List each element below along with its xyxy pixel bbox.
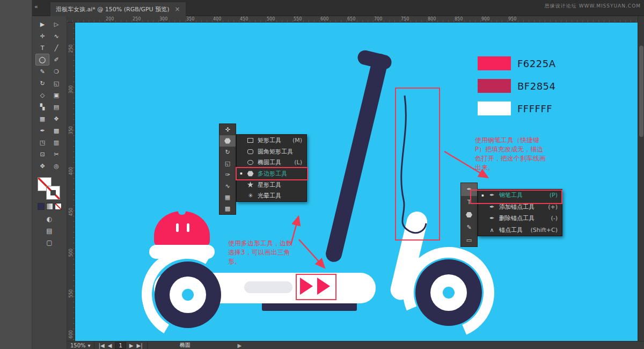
watermark-text: 思缘设计论坛 WWW.MISSYUAN.COM xyxy=(545,3,641,10)
hruler-number: 900 xyxy=(481,17,489,21)
hruler-number: 750 xyxy=(401,17,409,21)
shape-strip-icon-1[interactable] xyxy=(219,135,236,147)
menu-item-label: 椭圆工具 xyxy=(258,158,291,166)
magic-wand-tool[interactable]: ✛ xyxy=(35,30,49,42)
app-frame-strip xyxy=(0,0,32,349)
pencil-tool[interactable]: ✎ xyxy=(35,66,49,77)
vertical-scrollbar[interactable] xyxy=(638,16,644,341)
polygon-tool-highlight-box xyxy=(236,167,308,180)
illustrator-window: « 滑板车女孩.ai* @ 150% (RGB/GPU 预览) × 思缘设计论坛… xyxy=(0,0,644,349)
blend-tool[interactable]: ▩ xyxy=(49,125,63,136)
pen-menu-item-3[interactable]: ∧锚点工具(Shift+C) xyxy=(478,224,562,236)
shape-menu-item-0[interactable]: 矩形工具(M) xyxy=(237,135,306,146)
fill-stroke-indicator[interactable] xyxy=(38,177,61,201)
shape-strip-icon-2[interactable]: ↻ xyxy=(219,147,236,158)
ruler-horizontal: 2002503003504004505005506006507007508008… xyxy=(67,16,638,23)
shape-strip-icon-4[interactable]: ✑ xyxy=(219,169,236,180)
pen-strip-icon-4[interactable]: ▭ xyxy=(461,234,477,246)
pen-strip-icon-2[interactable] xyxy=(461,208,477,221)
stroke-swatch-none[interactable] xyxy=(46,186,60,200)
shaper-tool[interactable]: ❍ xyxy=(49,66,63,77)
shape-strip-icon-5[interactable]: ∿ xyxy=(219,180,236,192)
hruler-number: 250 xyxy=(133,17,141,21)
menu-item-label: 光晕工具 xyxy=(258,192,299,200)
gradient-tool[interactable]: ❖ xyxy=(49,113,63,125)
legend-hex-pink: F6225A xyxy=(517,58,555,69)
menu-item-label: 星形工具 xyxy=(258,181,299,189)
free-transform-tool[interactable]: ▣ xyxy=(49,89,63,101)
shape-builder-tool[interactable]: ▚ xyxy=(35,101,49,113)
color-button[interactable] xyxy=(38,203,45,210)
line-segment-tool[interactable]: ╱ xyxy=(49,42,63,54)
legend-row-pink: F6225A xyxy=(478,56,555,70)
menu-item-label: 锚点工具 xyxy=(499,226,528,234)
menu-item-shortcut: (L) xyxy=(294,159,302,166)
ellipse-tool[interactable]: ◯ xyxy=(35,54,49,66)
toolbar-collapse-button[interactable]: « xyxy=(34,3,38,10)
selection-tool[interactable]: ▶ xyxy=(35,18,49,30)
pen-strip-icon-3[interactable]: ✎ xyxy=(461,221,477,234)
artboard-number-field[interactable]: 1 xyxy=(115,342,126,349)
scrollbar-thumb[interactable] xyxy=(639,46,643,137)
menu-item-shortcut: (Shift+C) xyxy=(531,227,558,234)
type-tool[interactable]: T xyxy=(35,42,49,54)
toolbar-extra-icon-0[interactable]: ◐ xyxy=(47,215,52,223)
ruler-vertical: 250300350400450500550600 xyxy=(67,23,75,341)
mesh-tool[interactable]: ▦ xyxy=(35,113,49,125)
添加锚点工具-icon: ✒ xyxy=(488,203,496,210)
zoom-control[interactable]: 150% ▾ xyxy=(67,341,94,349)
shape-menu-item-4[interactable]: 星形工具 xyxy=(237,179,306,191)
perspective-grid-tool[interactable]: ▤ xyxy=(49,101,63,113)
光晕工具-icon: ✳ xyxy=(246,192,254,199)
document-tab[interactable]: 滑板车女孩.ai* @ 150% (RGB/GPU 预览) × xyxy=(50,2,186,16)
artboard-canvas[interactable]: 使用钢笔工具（快捷键P）把填充改成无，描边色打开，把这个刹车线画出来。 使用多边… xyxy=(75,23,638,341)
hruler-number: 800 xyxy=(428,17,436,21)
hand-tool[interactable]: ✥ xyxy=(35,160,49,172)
artboard-tool[interactable]: ⊡ xyxy=(35,148,49,160)
toolbar-extra-icon-1[interactable]: ▤ xyxy=(46,227,52,235)
document-tab-title: 滑板车女孩.ai* @ 150% (RGB/GPU 预览) xyxy=(56,5,169,13)
column-graph-tool[interactable]: ▥ xyxy=(49,136,63,148)
shape-strip-icon-3[interactable]: ◱ xyxy=(219,158,236,169)
hruler-number: 500 xyxy=(267,17,275,21)
status-bar: 150% ▾ |◀ ◀ 1 ▶ ▶| 椭圆 ▶ xyxy=(67,341,644,349)
shape-menu-item-1[interactable]: 圆角矩形工具 xyxy=(237,146,306,157)
eyedropper-tool[interactable]: ✒ xyxy=(35,125,49,136)
shape-strip-icon-6[interactable]: ▦ xyxy=(219,192,236,203)
vruler-number: 350 xyxy=(69,125,74,136)
prev-artboard-button[interactable]: ◀ xyxy=(108,343,112,348)
lasso-tool[interactable]: ∿ xyxy=(49,30,63,42)
menu-item-shortcut: (M) xyxy=(292,137,302,144)
vruler-number: 300 xyxy=(69,84,74,96)
toolbar-extra-icon-2[interactable]: ▢ xyxy=(46,239,52,246)
legend-swatch-white xyxy=(478,101,511,115)
pen-menu-item-2[interactable]: ✒删除锚点工具(-) xyxy=(478,213,562,224)
shape-strip-icon-7[interactable]: ▩ xyxy=(219,203,236,214)
none-button[interactable] xyxy=(55,203,62,210)
zoom-caret-icon: ▾ xyxy=(88,343,91,348)
shape-strip-icon-0[interactable]: ✜ xyxy=(219,124,236,135)
shape-menu-item-5[interactable]: ✳光晕工具 xyxy=(237,190,306,201)
document-tab-bar: « 滑板车女孩.ai* @ 150% (RGB/GPU 预览) × 思缘设计论坛… xyxy=(32,0,644,16)
rotate-tool[interactable]: ↻ xyxy=(35,77,49,89)
slice-tool[interactable]: ✂ xyxy=(49,148,63,160)
legend-hex-white: FFFFFF xyxy=(517,103,552,114)
next-artboard-button[interactable]: ▶ xyxy=(129,343,134,348)
brake-line-highlight-box xyxy=(395,88,440,241)
gradient-button[interactable] xyxy=(46,203,53,210)
scale-tool[interactable]: ◱ xyxy=(49,77,63,89)
symbol-sprayer-tool[interactable]: ◳ xyxy=(35,136,49,148)
hruler-number: 600 xyxy=(320,17,328,21)
last-artboard-button[interactable]: ▶| xyxy=(136,343,142,348)
direct-selection-tool[interactable]: ▷ xyxy=(49,18,63,30)
shape-menu-item-2[interactable]: 椭圆工具(L) xyxy=(237,157,306,168)
zoom-tool[interactable]: ◎ xyxy=(49,160,63,172)
paintbrush-tool[interactable]: ✐ xyxy=(49,54,63,66)
tab-close-icon[interactable]: × xyxy=(174,5,180,13)
polygon-icon xyxy=(224,138,231,144)
width-tool[interactable]: ◇ xyxy=(35,89,49,101)
status-expander-icon[interactable]: ▶ xyxy=(238,343,242,348)
menu-item-shortcut: (-) xyxy=(551,215,558,222)
first-artboard-button[interactable]: |◀ xyxy=(99,343,105,348)
legend-swatch-crimson xyxy=(478,79,511,93)
